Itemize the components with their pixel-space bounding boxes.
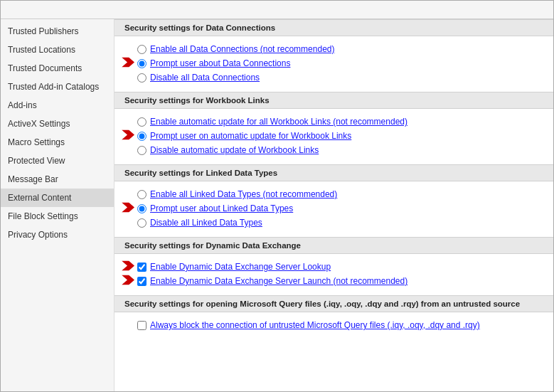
sidebar-item-protected-view[interactable]: Protected View xyxy=(1,152,114,170)
section-header-microsoft-query: Security settings for opening Microsoft … xyxy=(114,295,553,312)
input-wl-prompt[interactable] xyxy=(137,132,147,141)
svg-marker-1 xyxy=(122,130,134,140)
label-ldt-prompt[interactable]: Prompt user about Linked Data Types xyxy=(150,203,293,213)
section-body-data-connections: Enable all Data Connections (not recomme… xyxy=(114,36,553,92)
section-header-data-connections: Security settings for Data Connections xyxy=(114,19,553,36)
option-row-dc-enable: Enable all Data Connections (not recomme… xyxy=(137,42,543,56)
option-row-wl-enable: Enable automatic update for all Workbook… xyxy=(137,115,543,129)
input-dde-lookup[interactable] xyxy=(137,263,147,272)
section-linked-data-types: Security settings for Linked Data TypesE… xyxy=(114,164,553,237)
label-dc-enable[interactable]: Enable all Data Connections (not recomme… xyxy=(150,44,334,54)
section-body-microsoft-query: Always block the connection of untrusted… xyxy=(114,312,553,339)
label-dc-prompt[interactable]: Prompt user about Data Connections xyxy=(150,58,290,68)
main-layout: Trusted PublishersTrusted LocationsTrust… xyxy=(1,19,553,391)
section-header-dynamic-data-exchange: Security settings for Dynamic Data Excha… xyxy=(114,237,553,254)
sidebar-item-trusted-add-in-catalogs[interactable]: Trusted Add-in Catalogs xyxy=(1,78,114,96)
trust-center-window: Trusted PublishersTrusted LocationsTrust… xyxy=(0,0,554,392)
option-row-dde-lookup: Enable Dynamic Data Exchange Server Look… xyxy=(137,260,543,274)
sidebar-item-trusted-locations[interactable]: Trusted Locations xyxy=(1,41,114,59)
input-dde-launch[interactable] xyxy=(137,277,147,286)
label-dde-launch[interactable]: Enable Dynamic Data Exchange Server Laun… xyxy=(150,276,407,286)
section-body-linked-data-types: Enable all Linked Data Types (not recomm… xyxy=(114,181,553,237)
input-dc-disable[interactable] xyxy=(137,73,147,83)
sidebar-item-file-block-settings[interactable]: File Block Settings xyxy=(1,207,114,226)
section-workbook-links: Security settings for Workbook LinksEnab… xyxy=(114,92,553,164)
arrow-indicator-dde-launch xyxy=(122,275,134,287)
input-mq-block[interactable] xyxy=(137,321,147,330)
label-ldt-disable[interactable]: Disable all Linked Data Types xyxy=(150,218,262,228)
label-mq-block[interactable]: Always block the connection of untrusted… xyxy=(150,320,480,330)
svg-marker-2 xyxy=(122,203,134,213)
option-row-ldt-enable: Enable all Linked Data Types (not recomm… xyxy=(137,187,543,201)
option-row-mq-block: Always block the connection of untrusted… xyxy=(137,318,543,332)
section-header-linked-data-types: Security settings for Linked Data Types xyxy=(114,164,553,181)
arrow-indicator-dde-lookup xyxy=(122,261,134,273)
input-dc-prompt[interactable] xyxy=(137,59,147,68)
section-microsoft-query: Security settings for opening Microsoft … xyxy=(114,295,553,339)
option-row-dde-launch: Enable Dynamic Data Exchange Server Laun… xyxy=(137,274,543,288)
sidebar-item-external-content[interactable]: External Content xyxy=(1,189,114,207)
sidebar-item-trusted-publishers[interactable]: Trusted Publishers xyxy=(1,22,114,41)
input-dc-enable[interactable] xyxy=(137,45,147,54)
input-ldt-prompt[interactable] xyxy=(137,204,147,213)
option-row-wl-prompt: Prompt user on automatic update for Work… xyxy=(137,129,543,143)
sidebar-item-message-bar[interactable]: Message Bar xyxy=(1,170,114,189)
sidebar-item-macro-settings[interactable]: Macro Settings xyxy=(1,133,114,152)
input-ldt-enable[interactable] xyxy=(137,190,147,199)
title-bar xyxy=(1,1,553,19)
sidebar-item-activex-settings[interactable]: ActiveX Settings xyxy=(1,115,114,133)
section-body-dynamic-data-exchange: Enable Dynamic Data Exchange Server Look… xyxy=(114,254,553,295)
arrow-indicator-dc-prompt xyxy=(122,58,134,70)
section-body-workbook-links: Enable automatic update for all Workbook… xyxy=(114,109,553,164)
input-wl-enable[interactable] xyxy=(137,117,147,127)
label-wl-disable[interactable]: Disable automatic update of Workbook Lin… xyxy=(150,145,319,155)
main-content-area: Security settings for Data ConnectionsEn… xyxy=(114,19,553,391)
section-dynamic-data-exchange: Security settings for Dynamic Data Excha… xyxy=(114,237,553,295)
option-row-dc-disable: Disable all Data Connections xyxy=(137,70,543,85)
label-wl-enable[interactable]: Enable automatic update for all Workbook… xyxy=(150,117,407,127)
option-row-ldt-prompt: Prompt user about Linked Data Types xyxy=(137,201,543,216)
option-row-wl-disable: Disable automatic update of Workbook Lin… xyxy=(137,143,543,157)
sidebar-item-privacy-options[interactable]: Privacy Options xyxy=(1,226,114,244)
section-data-connections: Security settings for Data ConnectionsEn… xyxy=(114,19,553,92)
sidebar-item-add-ins[interactable]: Add-ins xyxy=(1,96,114,115)
label-dc-disable[interactable]: Disable all Data Connections xyxy=(150,73,260,83)
sidebar: Trusted PublishersTrusted LocationsTrust… xyxy=(1,19,114,391)
label-dde-lookup[interactable]: Enable Dynamic Data Exchange Server Look… xyxy=(150,262,331,272)
option-row-ldt-disable: Disable all Linked Data Types xyxy=(137,216,543,230)
input-wl-disable[interactable] xyxy=(137,146,147,155)
section-header-workbook-links: Security settings for Workbook Links xyxy=(114,92,553,109)
arrow-indicator-ldt-prompt xyxy=(122,203,134,215)
svg-marker-3 xyxy=(122,261,134,271)
svg-marker-0 xyxy=(122,58,134,68)
sidebar-item-trusted-documents[interactable]: Trusted Documents xyxy=(1,59,114,78)
arrow-indicator-wl-prompt xyxy=(122,130,134,142)
label-wl-prompt[interactable]: Prompt user on automatic update for Work… xyxy=(150,131,351,141)
label-ldt-enable[interactable]: Enable all Linked Data Types (not recomm… xyxy=(150,189,337,199)
svg-marker-4 xyxy=(122,275,134,285)
input-ldt-disable[interactable] xyxy=(137,218,147,228)
option-row-dc-prompt: Prompt user about Data Connections xyxy=(137,56,543,70)
